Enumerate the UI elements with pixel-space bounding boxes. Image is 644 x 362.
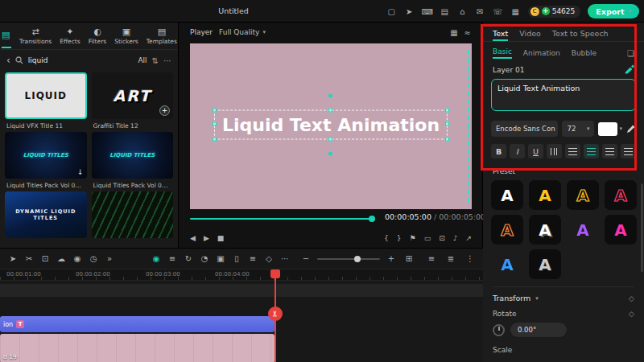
template-thumbnail[interactable]: [92, 191, 174, 238]
eyedropper-icon[interactable]: [626, 124, 636, 134]
home-icon[interactable]: ⌂: [457, 7, 468, 16]
italic-button[interactable]: I: [510, 144, 525, 158]
subtab-animation[interactable]: Animation: [523, 49, 560, 57]
preview-canvas[interactable]: Liquid Text Animation: [190, 43, 472, 209]
search-input[interactable]: liquid: [28, 56, 134, 64]
crop-tool-icon[interactable]: ⊡: [39, 254, 52, 263]
previous-frame-icon[interactable]: ◀: [190, 234, 196, 242]
resize-handle[interactable]: [213, 108, 217, 112]
video-clip[interactable]: d 19: [0, 334, 275, 362]
rotate-dial[interactable]: [493, 324, 505, 336]
rotate-handle[interactable]: [328, 93, 332, 97]
monitor-icon[interactable]: ▢: [386, 7, 397, 16]
fit-timeline-icon[interactable]: ⊞: [402, 254, 415, 263]
snapshot-icon[interactable]: ▭: [424, 234, 431, 242]
more-menu-icon[interactable]: ⋯: [163, 56, 171, 65]
keyframe-icon[interactable]: ◇: [262, 254, 275, 263]
timeline-ruler[interactable]: 00:00:01:00 00:00:02:00 00:00:03:00 00:0…: [0, 269, 483, 281]
tab-titles-active-partial[interactable]: ▤: [2, 24, 11, 48]
text-selection-box[interactable]: Liquid Text Animation: [214, 109, 448, 139]
more-icon[interactable]: ⋯: [279, 254, 291, 263]
tab-transitions[interactable]: ⇄ Transitions: [19, 27, 52, 45]
back-icon[interactable]: ‹: [6, 55, 10, 66]
preset-tile[interactable]: A: [491, 249, 523, 279]
timeline-tracks[interactable]: ion T d 19: [0, 281, 483, 362]
crop-icon[interactable]: ⊡: [439, 234, 445, 242]
add-to-timeline-button[interactable]: +: [159, 105, 170, 116]
timer-icon[interactable]: ◷: [87, 254, 100, 263]
sort-icon[interactable]: ⇅: [152, 56, 159, 65]
align-center-button[interactable]: [584, 144, 599, 158]
preset-tile[interactable]: A: [605, 180, 637, 210]
resize-handle[interactable]: [213, 137, 217, 141]
preset-tile[interactable]: A: [529, 180, 561, 210]
font-size-dropdown[interactable]: 72 ▾: [562, 121, 594, 137]
seek-knob[interactable]: [369, 216, 375, 222]
preview-text[interactable]: Liquid Text Animation: [222, 114, 440, 134]
template-thumbnail[interactable]: DYNAMIC LIQUID TITLES: [5, 191, 87, 238]
playhead-head[interactable]: [270, 269, 280, 278]
anchor-handle[interactable]: [328, 151, 332, 155]
rotate-value-input[interactable]: 0.00°: [510, 323, 567, 337]
fullscreen-icon[interactable]: ↗: [465, 234, 472, 242]
menu-icon[interactable]: ⋮: [464, 254, 477, 263]
magnet-icon[interactable]: ◉: [71, 254, 84, 263]
transform-section-header[interactable]: Transform ▾ ◇: [493, 286, 634, 302]
align-right-button[interactable]: [602, 144, 617, 158]
view-grid-icon[interactable]: ▦: [450, 28, 457, 37]
credits-chip[interactable]: C + 54625: [528, 6, 581, 18]
blade-tool-icon[interactable]: ✂: [23, 254, 35, 263]
filter-all-dropdown[interactable]: All: [138, 56, 147, 64]
tab-effects[interactable]: ✦ Effects: [60, 27, 80, 45]
record-toggle-icon[interactable]: ◉: [150, 254, 163, 263]
preset-tile[interactable]: A: [529, 215, 561, 245]
subtab-basic[interactable]: Basic: [493, 47, 512, 59]
underline-button[interactable]: U: [528, 144, 543, 158]
bold-button[interactable]: B: [491, 144, 506, 158]
stop-icon[interactable]: ■: [217, 234, 225, 242]
tab-filters[interactable]: ◐ Filters: [89, 27, 106, 45]
font-family-dropdown[interactable]: Encode Sans Con ▾: [491, 121, 558, 137]
preset-tile[interactable]: A: [491, 215, 523, 245]
edit-pen-icon[interactable]: [624, 64, 634, 75]
seek-bar[interactable]: [190, 216, 375, 222]
add-credits-icon[interactable]: +: [542, 7, 550, 15]
save-preset-icon[interactable]: ❏: [627, 49, 634, 58]
zoom-slider[interactable]: [317, 258, 380, 260]
tab-text-to-speech[interactable]: Text to Speech: [552, 29, 609, 41]
export-button[interactable]: Export ▾: [588, 4, 639, 19]
support-icon[interactable]: ☏: [493, 7, 503, 16]
template-thumbnail-selected[interactable]: LIQUID: [5, 72, 87, 119]
track-manager-icon[interactable]: ≡: [166, 254, 179, 263]
align-vertical-button[interactable]: [621, 144, 636, 158]
keyframe-diamond-icon[interactable]: ◇: [629, 310, 634, 318]
resize-handle[interactable]: [213, 122, 217, 126]
rotate-icon[interactable]: ↻: [182, 254, 195, 263]
preset-tile[interactable]: A: [491, 180, 523, 210]
tab-templates[interactable]: ▤ Templates: [147, 27, 177, 45]
letter-spacing-button[interactable]: [547, 144, 562, 158]
font-color-picker[interactable]: ▾: [598, 122, 622, 136]
zoom-slider-knob[interactable]: [354, 256, 361, 262]
marker-icon[interactable]: ⚑: [410, 234, 416, 242]
more-tools-icon[interactable]: »: [103, 254, 116, 263]
template-thumbnail[interactable]: LIQUID TITLES ↓: [5, 132, 87, 179]
speed-icon[interactable]: ◔: [198, 254, 211, 263]
cloud-icon[interactable]: ☁: [55, 254, 68, 263]
notification-icon[interactable]: ✉: [475, 7, 485, 16]
resize-handle[interactable]: [328, 137, 332, 141]
mixer-icon[interactable]: ≡: [246, 254, 259, 263]
list-icon[interactable]: ≣: [444, 254, 457, 263]
download-icon[interactable]: ↓: [77, 168, 84, 176]
resize-handle[interactable]: [328, 108, 332, 112]
text-content-input[interactable]: Liquid Text Animation: [491, 79, 636, 111]
mask-icon[interactable]: ▣: [214, 254, 227, 263]
mic-icon[interactable]: ▯: [230, 254, 243, 263]
speaker-icon[interactable]: ♪: [453, 234, 458, 242]
keyboard-icon[interactable]: ⌨: [422, 7, 432, 16]
select-tool-icon[interactable]: ➤: [6, 254, 19, 263]
share-icon[interactable]: ➤: [404, 7, 415, 16]
template-thumbnail[interactable]: LIQUID TITLES: [92, 132, 174, 179]
render-icon[interactable]: ≡: [425, 254, 438, 263]
workspace-icon[interactable]: ▤: [440, 7, 450, 16]
